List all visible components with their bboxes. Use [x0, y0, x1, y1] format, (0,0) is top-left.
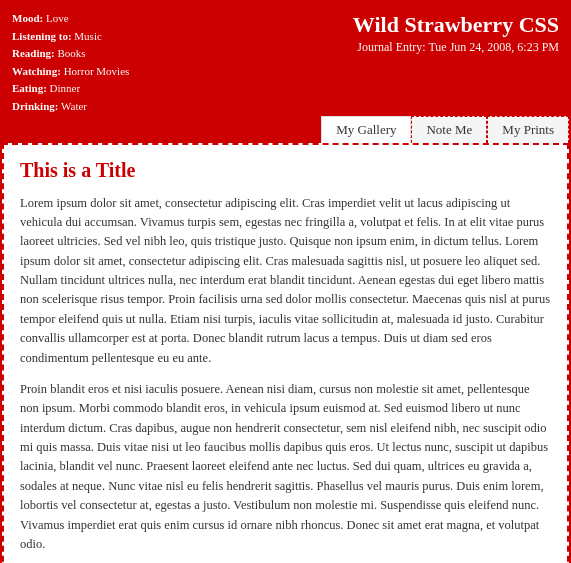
- site-title: Wild Strawberry CSS: [353, 12, 559, 38]
- listening-row: Listening to: Music: [12, 28, 129, 46]
- tabs-row: My Gallery Note Me My Prints: [2, 116, 569, 143]
- drinking-row: Drinking: Water: [12, 98, 129, 116]
- header: Mood: Love Listening to: Music Reading: …: [2, 2, 569, 116]
- listening-label: Listening to:: [12, 30, 72, 42]
- eating-label: Eating:: [12, 82, 47, 94]
- reading-row: Reading: Books: [12, 45, 129, 63]
- eating-value: Dinner: [50, 82, 81, 94]
- content-body: Lorem ipsum dolor sit amet, consectetur …: [20, 194, 551, 555]
- drinking-label: Drinking:: [12, 100, 58, 112]
- drinking-value: Water: [61, 100, 87, 112]
- listening-value: Music: [74, 30, 102, 42]
- paragraph-1: Lorem ipsum dolor sit amet, consectetur …: [20, 194, 551, 368]
- journal-entry: Journal Entry: Tue Jun 24, 2008, 6:23 PM: [353, 40, 559, 55]
- paragraph-2: Proin blandit eros et nisi iaculis posue…: [20, 380, 551, 554]
- reading-value: Books: [58, 47, 86, 59]
- page-container: Mood: Love Listening to: Music Reading: …: [0, 0, 571, 563]
- mood-label: Mood:: [12, 12, 43, 24]
- mood-row: Mood: Love: [12, 10, 129, 28]
- tab-my-gallery[interactable]: My Gallery: [321, 116, 411, 143]
- watching-label: Watching:: [12, 65, 61, 77]
- watching-row: Watching: Horror Movies: [12, 63, 129, 81]
- content-title: This is a Title: [20, 159, 551, 182]
- mood-info: Mood: Love Listening to: Music Reading: …: [12, 8, 129, 116]
- content-area: This is a Title Lorem ipsum dolor sit am…: [2, 143, 569, 563]
- watching-value: Horror Movies: [64, 65, 130, 77]
- eating-row: Eating: Dinner: [12, 80, 129, 98]
- tab-my-prints[interactable]: My Prints: [487, 116, 569, 143]
- mood-value: Love: [46, 12, 69, 24]
- site-title-area: Wild Strawberry CSS Journal Entry: Tue J…: [353, 8, 559, 55]
- reading-label: Reading:: [12, 47, 55, 59]
- tab-note-me[interactable]: Note Me: [411, 116, 487, 143]
